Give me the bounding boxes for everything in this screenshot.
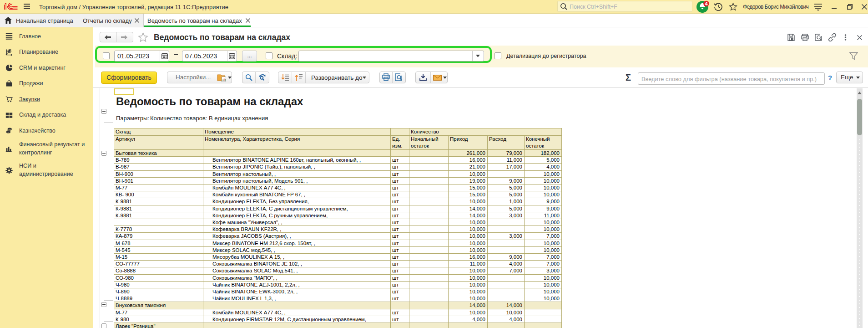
svg-text:4: 4 — [705, 1, 708, 6]
